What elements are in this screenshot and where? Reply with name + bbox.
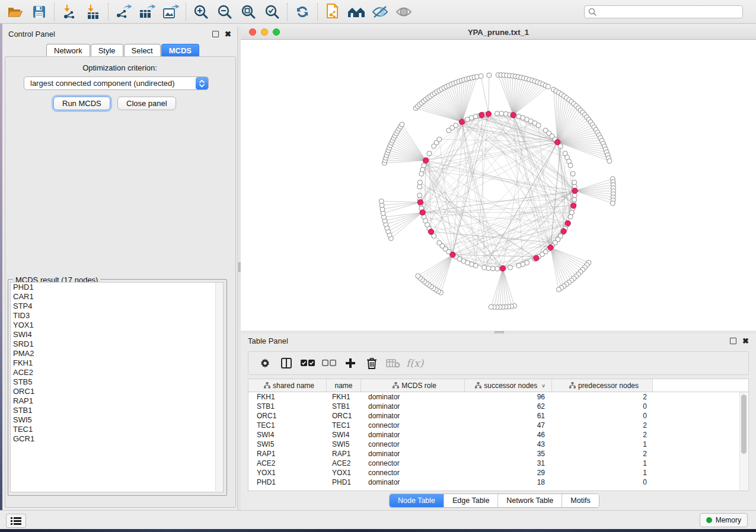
toolbar-separator	[108, 3, 109, 21]
first-neighbors-button[interactable]	[344, 2, 368, 22]
network-view[interactable]	[241, 40, 756, 331]
show-columns-button[interactable]	[276, 354, 297, 372]
mcds-result-item[interactable]: ACE2	[11, 368, 223, 377]
refresh-button[interactable]	[291, 2, 314, 22]
table-row[interactable]: YOX1YOX1connector291	[248, 468, 748, 477]
export-image-icon	[162, 4, 179, 20]
table-tabs: Node TableEdge TableNetwork TableMotifs	[389, 493, 599, 508]
select-all-rows-icon	[301, 360, 315, 367]
control-panel: Control Panel ✖ NetworkStyleSelectMCDS O…	[2, 27, 237, 510]
table-row[interactable]: SWI5SWI5connector431	[248, 440, 748, 449]
add-button[interactable]	[340, 354, 361, 372]
export-image-button[interactable]	[159, 2, 183, 22]
tab-edge-table[interactable]: Edge Table	[444, 494, 498, 507]
mcds-result-item[interactable]: SWI5	[11, 415, 223, 425]
status-bar: Memory	[0, 510, 756, 529]
column-header-successor-nodes[interactable]: successor nodesv	[465, 379, 552, 392]
mcds-result-item[interactable]: GCR1	[11, 434, 223, 444]
search-box[interactable]	[584, 5, 743, 18]
column-header-predecessor-nodes[interactable]: predecessor nodes	[552, 379, 653, 392]
zoom-selected-button[interactable]	[260, 2, 284, 22]
table-row[interactable]: PHD1PHD1dominator180	[248, 477, 748, 487]
main-toolbar	[0, 0, 756, 24]
column-header-shared-name[interactable]: shared name	[248, 379, 327, 392]
zoom-fit-button[interactable]	[237, 2, 260, 22]
zoom-out-button[interactable]	[213, 2, 237, 22]
zoom-selected-icon	[264, 4, 280, 20]
float-table-panel-icon[interactable]	[730, 338, 736, 344]
table-row[interactable]: ACE2ACE2connector311	[248, 459, 748, 468]
mcds-result-item[interactable]: TEC1	[11, 425, 223, 434]
show-all-button[interactable]	[392, 2, 416, 22]
table-row[interactable]: STB1STB1dominator620	[248, 402, 748, 411]
tab-style[interactable]: Style	[91, 44, 123, 56]
network-window-titlebar[interactable]: YPA_prune.txt_1	[241, 25, 756, 40]
save-button[interactable]	[27, 2, 51, 22]
mcds-result-item[interactable]: ORC1	[11, 387, 223, 396]
criterion-dropdown[interactable]: largest connected component (undirected)	[24, 76, 209, 90]
search-input[interactable]	[596, 6, 742, 18]
column-header-name[interactable]: name	[327, 379, 361, 392]
network-window: YPA_prune.txt_1	[241, 25, 756, 331]
export-network-button[interactable]	[111, 2, 135, 22]
mcds-result-item[interactable]: SRD1	[11, 339, 223, 349]
close-table-panel-icon[interactable]: ✖	[742, 338, 749, 344]
zoom-in-button[interactable]	[189, 2, 213, 22]
mcds-result-item[interactable]: PHD1	[11, 283, 223, 292]
import-network-icon	[62, 4, 77, 20]
export-table-icon	[139, 4, 155, 20]
delete-button[interactable]	[361, 354, 382, 372]
mcds-result-item[interactable]: TID3	[11, 311, 223, 321]
function-builder-button[interactable]: f(x)	[406, 357, 423, 369]
tab-network-table[interactable]: Network Table	[498, 494, 562, 507]
zoom-fit-icon	[241, 4, 256, 20]
mcds-result-item[interactable]: STP4	[11, 302, 223, 311]
mcds-result-item[interactable]: FKH1	[11, 358, 223, 368]
import-table-button[interactable]	[81, 2, 105, 22]
close-panel-icon[interactable]: ✖	[225, 31, 231, 37]
mcds-result-item[interactable]: PMA2	[11, 349, 223, 358]
task-history-button[interactable]	[6, 514, 26, 528]
memory-button[interactable]: Memory	[700, 513, 748, 527]
delete-table-icon	[386, 358, 400, 368]
tab-mcds[interactable]: MCDS	[161, 44, 199, 56]
mcds-list-scrollbar[interactable]	[215, 283, 223, 491]
mcds-result-item[interactable]: STB1	[11, 406, 223, 415]
sort-descending-icon: v	[542, 383, 545, 389]
table-scrollbar-thumb[interactable]	[741, 395, 747, 454]
open-file-button[interactable]	[4, 2, 27, 22]
zoom-in-icon	[193, 4, 209, 20]
column-header-MCDS-role[interactable]: MCDS role	[361, 379, 465, 392]
mcds-result-item[interactable]: SWI4	[11, 330, 223, 339]
mcds-result-item[interactable]: STB5	[11, 377, 223, 387]
tab-select[interactable]: Select	[124, 44, 161, 56]
table-row[interactable]: SWI4SWI4dominator462	[248, 430, 748, 440]
export-table-button[interactable]	[135, 2, 159, 22]
delete-table-button[interactable]	[382, 354, 404, 372]
node-table: shared namenameMCDS rolesuccessor nodesv…	[248, 379, 749, 491]
deselect-all-rows-button[interactable]	[318, 354, 340, 372]
tab-network[interactable]: Network	[46, 44, 90, 56]
select-all-rows-button[interactable]	[297, 354, 318, 372]
search-icon	[588, 8, 596, 16]
float-panel-icon[interactable]	[212, 31, 219, 37]
run-mcds-button[interactable]: Run MCDS	[53, 97, 110, 110]
table-row[interactable]: TEC1TEC1connector472	[248, 421, 748, 430]
clone-network-button[interactable]	[321, 2, 344, 22]
close-panel-button[interactable]: Close panel	[117, 97, 176, 110]
mcds-result-item[interactable]: CAR1	[11, 292, 223, 302]
show-all-icon	[395, 5, 413, 19]
table-row[interactable]: ORC1ORC1dominator610	[248, 411, 748, 421]
hide-selected-button[interactable]	[368, 2, 392, 22]
mcds-result-item[interactable]: YOX1	[11, 321, 223, 330]
table-row[interactable]: FKH1FKH1dominator962	[248, 392, 748, 402]
tab-motifs[interactable]: Motifs	[562, 494, 598, 507]
table-row[interactable]: RAP1RAP1dominator352	[248, 449, 748, 459]
table-settings-button[interactable]	[254, 354, 276, 372]
mcds-result-item[interactable]: RAP1	[11, 396, 223, 406]
table-scrollbar[interactable]	[739, 392, 748, 491]
show-columns-icon	[280, 357, 292, 369]
tab-node-table[interactable]: Node Table	[390, 494, 444, 507]
import-network-button[interactable]	[58, 2, 81, 22]
mcds-result-list[interactable]: PHD1CAR1STP4TID3YOX1SWI4SRD1PMA2FKH1ACE2…	[10, 282, 224, 492]
